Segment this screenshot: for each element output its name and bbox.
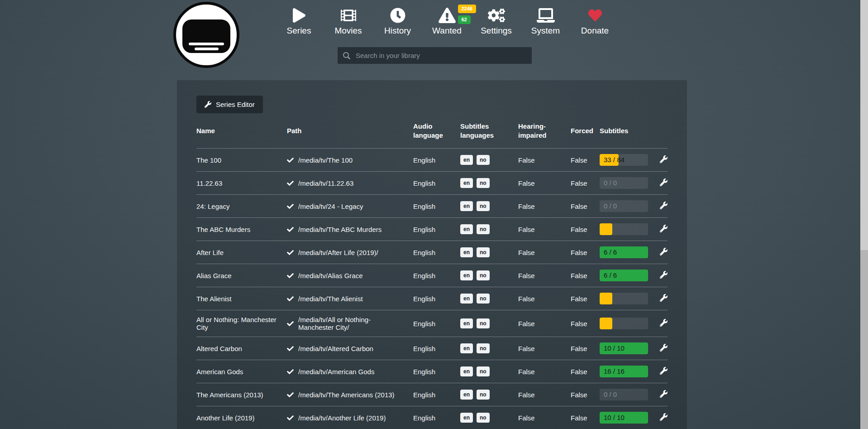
subtitles-progress-bar: 6 / 6	[600, 270, 648, 281]
nav-item-series[interactable]: Series	[274, 6, 324, 36]
warning-triangle-icon	[439, 6, 456, 24]
progress-label: 6 / 6	[604, 270, 617, 281]
film-icon	[341, 6, 356, 24]
language-badge-en: en	[460, 270, 473, 280]
page-scrollbar[interactable]	[860, 0, 868, 429]
series-editor-button[interactable]: Series Editor	[196, 96, 263, 113]
series-name[interactable]: 11.22.63	[196, 172, 287, 195]
series-name[interactable]: The Americans (2013)	[196, 383, 287, 406]
edit-series-button[interactable]	[660, 271, 668, 280]
table-row: The Americans (2013) /media/tv/The Ameri…	[196, 383, 668, 406]
edit-series-button[interactable]	[660, 178, 668, 188]
edit-series-button[interactable]	[660, 367, 668, 376]
forced-value: False	[571, 337, 600, 360]
edit-series-button[interactable]	[660, 202, 668, 211]
check-icon	[287, 345, 294, 352]
edit-series-button[interactable]	[660, 390, 668, 399]
language-badge-no: no	[477, 366, 490, 376]
logo-tv-screen-icon	[182, 19, 230, 53]
scrollbar-thumb[interactable]	[860, 0, 868, 250]
edit-series-button[interactable]	[660, 413, 668, 422]
nav-item-system[interactable]: System	[521, 6, 570, 36]
subtitles-languages: enno	[460, 149, 518, 172]
wrench-icon	[660, 319, 668, 327]
progress-label: 33 / 84	[604, 154, 625, 166]
series-name[interactable]: The ABC Murders	[196, 218, 287, 241]
nav-label: Settings	[481, 26, 512, 36]
language-badge-en: en	[460, 247, 473, 257]
edit-series-button[interactable]	[660, 344, 668, 353]
series-name[interactable]: The Alienist	[196, 287, 287, 310]
language-badge-en: en	[460, 155, 473, 165]
language-badge-no: no	[477, 413, 490, 423]
edit-series-button[interactable]	[660, 248, 668, 257]
hearing-impaired-value: False	[518, 337, 571, 360]
heart-icon	[587, 6, 603, 24]
bazarr-logo[interactable]	[173, 2, 239, 68]
wrench-icon	[660, 202, 668, 209]
nav-item-history[interactable]: History	[373, 6, 422, 36]
hearing-impaired-value: False	[518, 287, 571, 310]
nav-label: Wanted	[432, 26, 462, 36]
table-row: American Gods /media/tv/American Gods En…	[196, 360, 668, 383]
hearing-impaired-value: False	[518, 406, 571, 429]
language-badge-en: en	[460, 224, 473, 234]
audio-language: English	[413, 383, 460, 406]
check-icon	[287, 368, 294, 375]
language-badge-no: no	[477, 155, 490, 165]
language-badge-en: en	[460, 366, 473, 376]
col-header-path: Path	[287, 119, 413, 149]
check-icon	[287, 249, 294, 256]
language-badge-en: en	[460, 201, 473, 211]
nav-label: Donate	[581, 26, 609, 36]
series-name[interactable]: Altered Carbon	[196, 337, 287, 360]
subtitles-languages: enno	[460, 310, 518, 337]
col-header-subtitles-languages: Subtitles languages	[460, 119, 518, 149]
table-row: Another Life (2019) /media/tv/Another Li…	[196, 406, 668, 429]
language-badge-no: no	[477, 343, 490, 353]
audio-language: English	[413, 406, 460, 429]
series-path: /media/tv/Another Life (2019)	[298, 414, 386, 422]
nav-label: Movies	[334, 26, 362, 36]
subtitles-languages: enno	[460, 383, 518, 406]
nav-item-wanted[interactable]: 2246 62 Wanted	[422, 6, 472, 36]
series-name[interactable]: American Gods	[196, 360, 287, 383]
check-icon	[287, 295, 294, 302]
edit-series-button[interactable]	[660, 294, 668, 303]
subtitles-languages: enno	[460, 360, 518, 383]
hearing-impaired-value: False	[518, 195, 571, 218]
language-badge-en: en	[460, 390, 473, 400]
gears-icon	[488, 6, 505, 24]
check-icon	[287, 391, 294, 398]
edit-series-button[interactable]	[660, 225, 668, 234]
search-input[interactable]	[356, 52, 526, 59]
nav-item-movies[interactable]: Movies	[324, 6, 373, 36]
series-name[interactable]: The 100	[196, 149, 287, 172]
series-name[interactable]: 24: Legacy	[196, 195, 287, 218]
col-header-subtitles: Subtitles	[600, 119, 656, 149]
language-badge-en: en	[460, 413, 473, 423]
subtitles-progress-bar: 0 / 0	[600, 389, 648, 400]
hearing-impaired-value: False	[518, 172, 571, 195]
audio-language: English	[413, 195, 460, 218]
nav-item-donate[interactable]: Donate	[570, 6, 620, 36]
series-name[interactable]: All or Nothing: Manchester City	[196, 310, 287, 337]
audio-language: English	[413, 149, 460, 172]
language-badge-no: no	[477, 247, 490, 257]
hearing-impaired-value: False	[518, 383, 571, 406]
edit-series-button[interactable]	[660, 155, 668, 164]
series-name[interactable]: Alias Grace	[196, 264, 287, 287]
progress-label: 16 / 16	[604, 366, 625, 377]
subtitles-languages: enno	[460, 337, 518, 360]
wrench-icon	[660, 248, 668, 255]
edit-series-button[interactable]	[660, 319, 668, 328]
series-name[interactable]: Another Life (2019)	[196, 406, 287, 429]
language-badge-en: en	[460, 178, 473, 188]
progress-fill	[600, 318, 612, 329]
forced-value: False	[571, 172, 600, 195]
library-search[interactable]	[338, 47, 532, 64]
nav-item-settings[interactable]: Settings	[472, 6, 521, 36]
col-header-forced: Forced	[571, 119, 600, 149]
hearing-impaired-value: False	[518, 149, 571, 172]
series-name[interactable]: After Life	[196, 241, 287, 264]
